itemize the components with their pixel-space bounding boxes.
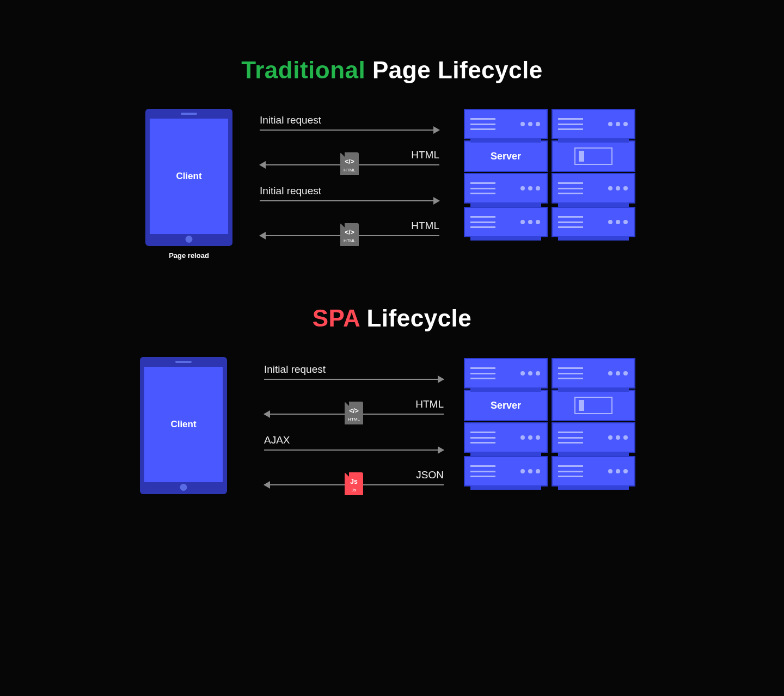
section2-title-rest: Lifecycle	[360, 305, 472, 331]
chip-sym: Js	[345, 478, 363, 485]
arrow-left-icon: </> HTML	[260, 235, 439, 236]
chip-ext: HTML	[345, 417, 363, 422]
section1-title-rest: Page Lifecycle	[365, 57, 542, 83]
client-label: Client	[144, 367, 223, 482]
server-disk-icon	[552, 140, 635, 172]
chip-sym: </>	[340, 229, 359, 236]
server-rack-2: Server	[464, 358, 635, 486]
chip-sym: </>	[345, 407, 363, 415]
chip-ext: HTML	[340, 168, 359, 173]
js-file-icon: Js Js	[345, 472, 363, 495]
arrow-left-icon: Js Js	[264, 484, 444, 485]
s1-req2: Initial request	[260, 185, 439, 201]
s2-res1: HTML </> HTML	[264, 398, 444, 415]
s1-req1-label: Initial request	[260, 114, 439, 126]
chip-sym: </>	[340, 158, 359, 165]
s2-req2-label: AJAX	[264, 434, 444, 446]
html-file-icon: </> HTML	[345, 402, 363, 424]
server-rack-1: Server	[464, 109, 635, 237]
arrow-right-icon	[264, 449, 444, 451]
html-file-icon: </> HTML	[340, 223, 359, 246]
diagram-stage: Traditional Page Lifecycle Client Page r…	[75, 0, 709, 696]
s2-req1: Initial request	[264, 364, 444, 380]
arrow-left-icon: </> HTML	[264, 414, 444, 415]
arrow-right-icon	[260, 200, 439, 201]
s1-res1: HTML </> HTML	[260, 149, 439, 165]
s2-req1-label: Initial request	[264, 364, 444, 375]
arrow-left-icon: </> HTML	[260, 164, 439, 165]
server-disk-icon	[552, 390, 635, 421]
section1-title: Traditional Page Lifecycle	[75, 57, 709, 84]
s2-req2: AJAX	[264, 434, 444, 451]
s1-req1: Initial request	[260, 114, 439, 131]
section2-title-accent: SPA	[313, 305, 360, 331]
client-device-1: Client	[145, 109, 232, 246]
arrow-right-icon	[264, 379, 444, 380]
server-label: Server	[464, 140, 548, 172]
section1-title-accent: Traditional	[241, 57, 365, 83]
chip-ext: HTML	[340, 238, 359, 243]
chip-ext: Js	[345, 488, 363, 492]
page-reload-label: Page reload	[145, 251, 232, 260]
client-device-2: Client	[140, 357, 227, 494]
arrow-right-icon	[260, 130, 439, 131]
s1-req2-label: Initial request	[260, 185, 439, 197]
s2-res2: JSON Js Js	[264, 469, 444, 485]
server-label: Server	[464, 390, 548, 421]
s1-res2: HTML </> HTML	[260, 220, 439, 236]
client-label: Client	[150, 119, 228, 234]
html-file-icon: </> HTML	[340, 152, 359, 175]
section2-title: SPA Lifecycle	[75, 305, 709, 332]
